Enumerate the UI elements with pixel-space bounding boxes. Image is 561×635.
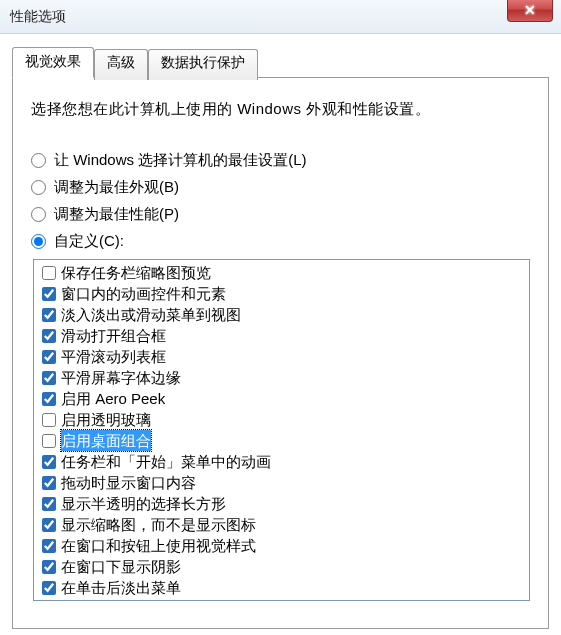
check-row-11[interactable]: 显示半透明的选择长方形 <box>38 493 525 514</box>
tab-panel-visual-effects: 选择您想在此计算机上使用的 Windows 外观和性能设置。 让 Windows… <box>12 77 549 629</box>
check-row-10[interactable]: 拖动时显示窗口内容 <box>38 472 525 493</box>
close-button[interactable]: ✕ <box>507 0 553 22</box>
check-input-11[interactable] <box>42 497 56 511</box>
check-label-8: 启用桌面组合 <box>61 430 151 451</box>
radio-row-3[interactable]: 自定义(C): <box>31 232 530 251</box>
check-input-15[interactable] <box>42 581 56 595</box>
check-row-9[interactable]: 任务栏和「开始」菜单中的动画 <box>38 451 525 472</box>
tab-2[interactable]: 数据执行保护 <box>148 49 258 80</box>
check-row-4[interactable]: 平滑滚动列表框 <box>38 346 525 367</box>
check-label-5: 平滑屏幕字体边缘 <box>61 367 181 388</box>
radio-input-0[interactable] <box>31 153 46 168</box>
radio-row-1[interactable]: 调整为最佳外观(B) <box>31 178 530 197</box>
tab-0[interactable]: 视觉效果 <box>12 47 94 78</box>
radio-label-2: 调整为最佳性能(P) <box>54 205 179 224</box>
check-label-4: 平滑滚动列表框 <box>61 346 166 367</box>
check-row-13[interactable]: 在窗口和按钮上使用视觉样式 <box>38 535 525 556</box>
check-input-9[interactable] <box>42 455 56 469</box>
annotation-arrow <box>0 629 561 635</box>
check-row-15[interactable]: 在单击后淡出菜单 <box>38 577 525 598</box>
check-row-5[interactable]: 平滑屏幕字体边缘 <box>38 367 525 388</box>
check-label-2: 淡入淡出或滑动菜单到视图 <box>61 304 241 325</box>
check-label-1: 窗口内的动画控件和元素 <box>61 283 226 304</box>
check-label-7: 启用透明玻璃 <box>61 409 151 430</box>
check-label-14: 在窗口下显示阴影 <box>61 556 181 577</box>
settings-checklist[interactable]: 保存任务栏缩略图预览窗口内的动画控件和元素淡入淡出或滑动菜单到视图滑动打开组合框… <box>33 259 530 601</box>
check-input-5[interactable] <box>42 371 56 385</box>
tab-1[interactable]: 高级 <box>94 49 148 80</box>
check-label-13: 在窗口和按钮上使用视觉样式 <box>61 535 256 556</box>
titlebar: 性能选项 ✕ <box>0 0 561 34</box>
check-label-12: 显示缩略图，而不是显示图标 <box>61 514 256 535</box>
radio-input-3[interactable] <box>31 234 46 249</box>
instruction-text: 选择您想在此计算机上使用的 Windows 外观和性能设置。 <box>31 100 530 119</box>
check-row-14[interactable]: 在窗口下显示阴影 <box>38 556 525 577</box>
check-label-9: 任务栏和「开始」菜单中的动画 <box>61 451 271 472</box>
check-input-7[interactable] <box>42 413 56 427</box>
check-row-1[interactable]: 窗口内的动画控件和元素 <box>38 283 525 304</box>
check-input-8[interactable] <box>42 434 56 448</box>
check-input-13[interactable] <box>42 539 56 553</box>
check-label-6: 启用 Aero Peek <box>61 388 165 409</box>
window-title: 性能选项 <box>10 8 66 26</box>
check-row-7[interactable]: 启用透明玻璃 <box>38 409 525 430</box>
check-input-3[interactable] <box>42 329 56 343</box>
check-input-4[interactable] <box>42 350 56 364</box>
check-row-6[interactable]: 启用 Aero Peek <box>38 388 525 409</box>
check-label-0: 保存任务栏缩略图预览 <box>61 262 211 283</box>
radio-row-2[interactable]: 调整为最佳性能(P) <box>31 205 530 224</box>
check-row-8[interactable]: 启用桌面组合 <box>38 430 525 451</box>
check-input-10[interactable] <box>42 476 56 490</box>
radio-group: 让 Windows 选择计算机的最佳设置(L)调整为最佳外观(B)调整为最佳性能… <box>31 151 530 251</box>
content-area: 视觉效果高级数据执行保护 选择您想在此计算机上使用的 Windows 外观和性能… <box>0 34 561 629</box>
check-row-12[interactable]: 显示缩略图，而不是显示图标 <box>38 514 525 535</box>
check-input-2[interactable] <box>42 308 56 322</box>
check-label-11: 显示半透明的选择长方形 <box>61 493 226 514</box>
check-row-3[interactable]: 滑动打开组合框 <box>38 325 525 346</box>
radio-input-1[interactable] <box>31 180 46 195</box>
check-input-1[interactable] <box>42 287 56 301</box>
check-input-0[interactable] <box>42 266 56 280</box>
check-label-3: 滑动打开组合框 <box>61 325 166 346</box>
check-row-16[interactable]: 在视图中淡入淡出或滑动工具条提示 <box>38 598 525 601</box>
check-input-6[interactable] <box>42 392 56 406</box>
check-input-12[interactable] <box>42 518 56 532</box>
radio-row-0[interactable]: 让 Windows 选择计算机的最佳设置(L) <box>31 151 530 170</box>
check-input-14[interactable] <box>42 560 56 574</box>
tab-bar: 视觉效果高级数据执行保护 <box>12 47 549 78</box>
close-icon: ✕ <box>524 2 536 18</box>
check-label-15: 在单击后淡出菜单 <box>61 577 181 598</box>
check-row-2[interactable]: 淡入淡出或滑动菜单到视图 <box>38 304 525 325</box>
check-label-10: 拖动时显示窗口内容 <box>61 472 196 493</box>
radio-label-3: 自定义(C): <box>54 232 124 251</box>
check-label-16: 在视图中淡入淡出或滑动工具条提示 <box>61 598 301 601</box>
radio-input-2[interactable] <box>31 207 46 222</box>
radio-label-0: 让 Windows 选择计算机的最佳设置(L) <box>54 151 307 170</box>
check-row-0[interactable]: 保存任务栏缩略图预览 <box>38 262 525 283</box>
radio-label-1: 调整为最佳外观(B) <box>54 178 179 197</box>
